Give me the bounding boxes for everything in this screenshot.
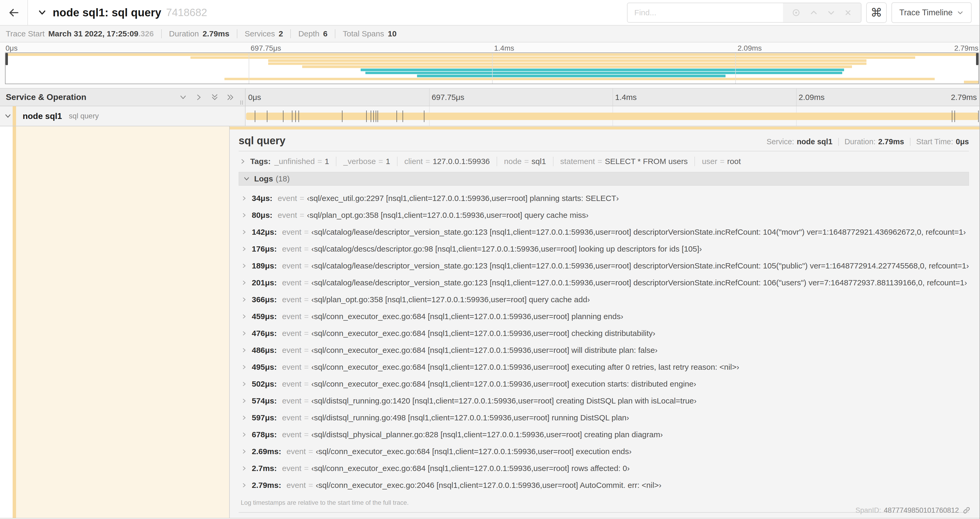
logs-header[interactable]: Logs (18) [239,172,969,186]
trace-view-selector[interactable]: Trace Timeline [891,2,972,23]
equals-sign: = [300,211,304,220]
span-row-name-cell[interactable]: node sql1 sql query [0,106,245,126]
deep-link-icon[interactable] [963,506,970,514]
log-row[interactable]: 502μs:event=‹sql/conn_executor_exec.go:6… [240,375,969,393]
log-row[interactable]: 476μs:event=‹sql/conn_executor_exec.go:6… [240,325,969,342]
chevron-right-icon [241,246,247,252]
minimap-right-scrubber[interactable] [976,53,978,65]
minimap-span-bar [191,56,915,59]
log-field-key: event [282,430,301,439]
log-field-value: ‹sql/catalog/lease/descriptor_version_st… [312,261,969,270]
equals-sign: = [304,312,309,321]
chevron-right-icon [241,331,247,336]
equals-sign: = [304,464,309,473]
logs-title: Logs [254,174,273,183]
back-button[interactable] [0,0,28,25]
tag-item[interactable]: node=sql1 [504,157,546,166]
log-timestamp: 574μs: [252,396,277,405]
minimap-canvas[interactable] [5,53,979,84]
duration-value: 2.79ms [203,29,229,38]
minimap-left-scrubber[interactable] [6,53,8,65]
log-timestamp: 80μs: [252,211,272,220]
depth-value: 6 [323,29,328,38]
log-row[interactable]: 201μs:event=‹sql/catalog/lease/descripto… [240,274,969,291]
log-row[interactable]: 189μs:event=‹sql/catalog/lease/descripto… [240,257,969,274]
collapse-one-icon[interactable] [179,93,187,101]
log-field-value: ‹sql/plan_opt.go:358 [nsql1,client=127.0… [312,295,590,304]
tag-key: statement [560,157,595,166]
tag-item[interactable]: user=root [702,157,741,166]
equals-sign: = [304,346,309,355]
log-row[interactable]: 2.69ms:event=‹sql/conn_executor_exec.go:… [240,443,969,460]
span-color-accent [13,126,16,518]
log-tick-mark [366,110,367,122]
chevron-right-icon [241,195,247,201]
equals-sign: = [304,363,309,372]
log-row[interactable]: 80μs:event=‹sql/plan_opt.go:358 [nsql1,c… [240,207,969,224]
log-row[interactable]: 2.79ms:event=‹sql/conn_executor_exec.go:… [240,477,969,494]
equals-sign: = [304,380,309,388]
separator [237,29,237,38]
log-field-key: event [282,380,301,388]
top-right-controls: ⌘ Trace Timeline [627,2,972,23]
column-resize-grip[interactable] [240,101,243,105]
tag-value: root [727,157,741,166]
minimap-span-bar [365,72,842,74]
tag-key: node [504,157,522,166]
top-bar: node sql1: sql query 7418682 ⌘ Trace Tim… [0,0,980,25]
tag-key: _unfinished [275,157,315,166]
log-row[interactable]: 574μs:event=‹sql/distsql_running.go:1420… [240,393,969,409]
tag-value: sql1 [531,157,546,166]
log-tick-mark [371,110,371,122]
log-row[interactable]: 486μs:event=‹sql/conn_executor_exec.go:6… [240,342,969,359]
equals-sign: = [598,157,602,166]
chevron-right-icon [241,297,247,302]
tag-item[interactable]: client=127.0.0.1:59936 [404,157,490,166]
expand-one-icon[interactable] [195,93,203,101]
log-timestamp: 476μs: [252,329,277,338]
log-timestamp: 502μs: [252,380,277,388]
log-timestamp: 459μs: [252,312,277,321]
chevron-right-icon [241,381,247,387]
trace-start-millis: .326 [138,29,154,38]
log-row[interactable]: 34μs:event=‹sql/exec_util.go:2297 [nsql1… [240,190,969,207]
trace-collapse-chevron[interactable] [37,9,48,17]
log-row[interactable]: 459μs:event=‹sql/conn_executor_exec.go:6… [240,308,969,325]
find-box [627,3,861,23]
target-icon[interactable] [792,8,800,17]
tag-item[interactable]: statement=SELECT * FROM users [560,157,688,166]
chevron-right-icon [241,415,247,421]
log-timestamp: 2.79ms: [252,481,282,490]
log-row[interactable]: 2.7ms:event=‹sql/conn_executor_exec.go:6… [240,460,969,477]
find-input[interactable] [627,3,783,22]
log-rows: 34μs:event=‹sql/exec_util.go:2297 [nsql1… [239,186,969,494]
tag-key: _verbose [343,157,375,166]
chevron-up-icon[interactable] [810,8,818,17]
tags-row[interactable]: Tags: _unfinished=1_verbose=1client=127.… [239,155,969,168]
tag-item[interactable]: _verbose=1 [343,157,390,166]
expand-all-icon[interactable] [227,93,234,101]
tags-label: Tags: [250,157,271,166]
chevron-down-icon[interactable] [827,8,835,17]
collapse-all-icon[interactable] [211,93,219,101]
duration-value: 2.79ms [878,137,904,146]
equals-sign: = [304,413,309,422]
span-collapse-chevron[interactable] [4,112,11,120]
log-row[interactable]: 678μs:event=‹sql/distsql_physical_planne… [240,426,969,443]
tag-item[interactable]: _unfinished=1 [275,157,329,166]
log-row[interactable]: 142μs:event=‹sql/catalog/lease/descripto… [240,224,969,241]
log-row[interactable]: 176μs:event=‹sql/catalog/descs/descripto… [240,241,969,257]
timeline-ticks-header: 0μs 697.75μs 1.4ms 2.09ms 2.79ms [245,89,980,106]
minimap-span-bar [268,59,867,62]
trace-minimap: 0μs 697.75μs 1.4ms 2.09ms 2.79ms [0,43,980,88]
minimap-span-bar [302,65,852,68]
clear-icon[interactable] [844,9,852,17]
keyboard-shortcuts-button[interactable]: ⌘ [866,2,887,23]
log-timestamp: 2.7ms: [252,464,277,473]
minimap-span-bar [268,62,867,65]
log-row[interactable]: 495μs:event=‹sql/conn_executor_exec.go:6… [240,359,969,375]
log-field-value: ‹sql/distsql_running.go:498 [nsql1,clien… [312,413,629,422]
log-row[interactable]: 597μs:event=‹sql/distsql_running.go:498 … [240,409,969,426]
gridline [735,53,736,84]
log-row[interactable]: 366μs:event=‹sql/plan_opt.go:358 [nsql1,… [240,291,969,308]
